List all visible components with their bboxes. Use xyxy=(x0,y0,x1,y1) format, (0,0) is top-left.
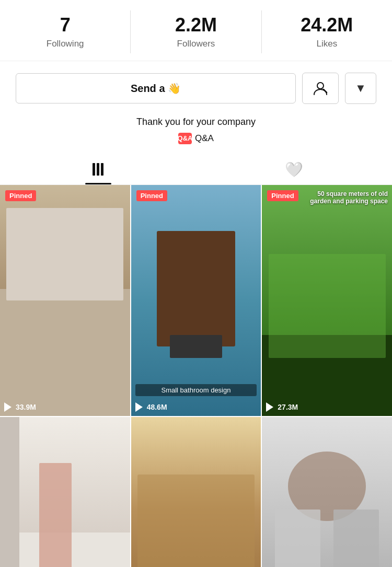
followers-count: 2.2M xyxy=(175,15,217,36)
bio-section: Thank you for your company Q&A Q&A xyxy=(0,113,392,149)
video-stats-3: 27.3M xyxy=(266,402,298,412)
video-stats-1: 33.9M xyxy=(4,402,36,412)
play-icon-3 xyxy=(266,402,275,412)
pinned-badge-3: Pinned xyxy=(267,190,298,201)
video-cell-2[interactable]: Pinned Small bathroom design 48.6M xyxy=(131,185,261,416)
send-message-button[interactable]: Send a 👋 xyxy=(16,73,296,103)
view-count-1: 33.9M xyxy=(16,403,36,411)
stat-following[interactable]: 7 Following xyxy=(0,10,130,53)
tab-liked[interactable]: 🤍 xyxy=(196,154,392,184)
tabs-row: 🤍 xyxy=(0,154,392,185)
send-label: Send a 👋 xyxy=(131,82,181,95)
video-stats-2: 48.6M xyxy=(135,402,167,412)
following-count: 7 xyxy=(60,15,71,36)
stat-followers[interactable]: 2.2M Followers xyxy=(130,10,261,53)
likes-count: 24.2M xyxy=(301,15,353,36)
qa-badge[interactable]: Q&A Q&A xyxy=(178,133,214,144)
qa-label: Q&A xyxy=(195,133,214,144)
video-cell-4[interactable]: 49.7K xyxy=(0,417,130,567)
following-label: Following xyxy=(47,39,84,49)
play-icon-2 xyxy=(135,402,145,412)
tab-videos[interactable] xyxy=(0,154,196,184)
follow-button[interactable] xyxy=(302,73,339,104)
video-cell-1[interactable]: Pinned 33.9M xyxy=(0,185,130,416)
follow-icon xyxy=(312,80,329,97)
pinned-badge-1: Pinned xyxy=(5,190,36,201)
stats-row: 7 Following 2.2M Followers 24.2M Likes xyxy=(0,0,392,61)
video-cell-3[interactable]: Pinned 50 square meters of oldgarden and… xyxy=(262,185,392,416)
followers-label: Followers xyxy=(177,39,215,49)
chevron-down-icon: ▼ xyxy=(355,82,366,95)
view-count-2: 48.6M xyxy=(147,403,167,411)
more-options-button[interactable]: ▼ xyxy=(345,73,376,104)
qa-icon: Q&A xyxy=(178,133,192,144)
view-count-3: 27.3M xyxy=(278,403,298,411)
video-cell-5[interactable]: Share living room design 7430 xyxy=(131,417,261,567)
top-overlay-3: 50 square meters of oldgarden and parkin… xyxy=(310,190,388,205)
pinned-badge-2: Pinned xyxy=(136,190,167,201)
likes-label: Likes xyxy=(316,39,337,49)
action-row: Send a 👋 ▼ xyxy=(0,61,392,113)
svg-point-0 xyxy=(317,83,324,89)
stat-likes[interactable]: 24.2M Likes xyxy=(261,10,392,53)
video-cell-6[interactable]: 7430 weijingchuhai.com xyxy=(262,417,392,567)
video-overlay-2: Small bathroom design xyxy=(135,384,257,396)
grid-icon xyxy=(93,163,103,176)
heart-icon: 🤍 xyxy=(285,161,303,178)
play-icon-1 xyxy=(4,402,14,412)
bio-text: Thank you for your company xyxy=(16,117,376,128)
video-grid: Pinned 33.9M Pinned Small bathroom desig… xyxy=(0,185,392,567)
